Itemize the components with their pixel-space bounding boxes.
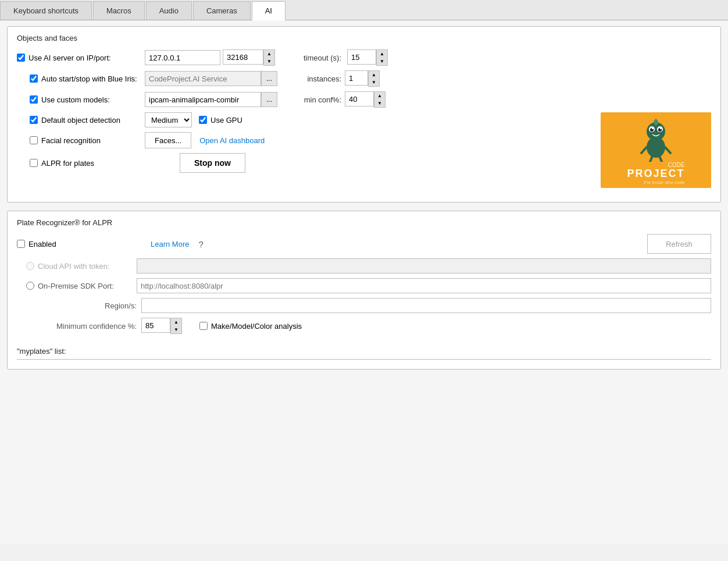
faces-button[interactable]: Faces... <box>145 132 191 148</box>
cloud-api-text: Cloud API with token: <box>38 262 110 271</box>
default-detection-checkbox[interactable] <box>30 116 38 124</box>
custom-models-label[interactable]: Use custom models: <box>17 95 145 104</box>
timeout-down-btn[interactable]: ▼ <box>377 58 387 65</box>
port-spinner-btns: ▲ ▼ <box>263 49 275 66</box>
myplates-label: "myplates" list: <box>17 342 711 358</box>
custom-models-browse-btn[interactable]: ... <box>261 92 277 107</box>
use-ai-server-row: Use AI server on IP/port: ▲ ▼ timeout (s… <box>17 49 711 66</box>
ip-input[interactable] <box>145 50 220 65</box>
use-ai-server-label[interactable]: Use AI server on IP/port: <box>17 54 145 62</box>
min-conf-down-btn[interactable]: ▼ <box>374 100 385 107</box>
auto-start-text: Auto start/stop with Blue Iris: <box>41 74 137 83</box>
mascot-icon <box>638 115 673 162</box>
min-conf-pr-up-btn[interactable]: ▲ <box>171 318 181 326</box>
auto-start-row: Auto start/stop with Blue Iris: ... inst… <box>17 70 711 87</box>
make-model-text: Make/Model/Color analysis <box>211 322 302 331</box>
alpr-checkbox[interactable] <box>30 159 38 167</box>
min-conf-pr-input[interactable] <box>141 318 170 333</box>
tab-audio[interactable]: Audio <box>146 1 192 20</box>
detection-dropdown[interactable]: Low Medium High <box>145 112 192 127</box>
plate-recognizer-title: Plate Recognizer® for ALPR <box>17 218 711 227</box>
codeproject-service-input[interactable] <box>145 71 261 86</box>
timeout-spinner-btns: ▲ ▼ <box>376 49 388 66</box>
use-ai-server-text: Use AI server on IP/port: <box>28 54 111 62</box>
timeout-spinner: ▲ ▼ <box>347 49 388 66</box>
tab-cameras[interactable]: Cameras <box>193 1 251 20</box>
alpr-row: ALPR for plates Stop now <box>17 153 591 173</box>
svg-line-11 <box>659 156 662 162</box>
facial-recognition-checkbox[interactable] <box>30 136 38 144</box>
custom-models-row: Use custom models: ... min conf%: ▲ ▼ <box>17 91 711 108</box>
use-ai-server-checkbox[interactable] <box>17 54 25 62</box>
instances-input[interactable] <box>345 70 368 86</box>
question-mark: ? <box>198 239 203 249</box>
enabled-checkbox[interactable] <box>17 240 25 248</box>
region-row: Region/s: <box>26 298 711 313</box>
refresh-button[interactable]: Refresh <box>647 234 711 254</box>
on-premise-row: On-Premise SDK Port: <box>26 278 711 293</box>
timeout-input[interactable] <box>347 49 376 65</box>
facial-recognition-label[interactable]: Facial recognition <box>17 136 145 145</box>
stop-now-button[interactable]: Stop now <box>180 153 245 173</box>
make-model-checkbox[interactable] <box>199 322 208 330</box>
tab-keyboard-shortcuts[interactable]: Keyboard shortcuts <box>0 1 92 20</box>
open-ai-dashboard-link[interactable]: Open AI dashboard <box>199 136 265 145</box>
min-confidence-label: Minimum confidence %: <box>26 322 137 331</box>
svg-point-6 <box>652 128 653 129</box>
use-gpu-checkbox[interactable] <box>199 116 207 124</box>
on-premise-input[interactable] <box>137 278 711 293</box>
cloud-api-input[interactable] <box>137 258 711 274</box>
custom-models-checkbox[interactable] <box>30 95 38 104</box>
learn-more-link[interactable]: Learn More <box>151 240 189 248</box>
svg-point-7 <box>660 128 661 129</box>
timeout-label: timeout (s): <box>289 54 341 62</box>
min-conf-input[interactable] <box>345 91 374 106</box>
min-conf-spinner: ▲ ▼ <box>345 91 386 108</box>
region-label: Region/s: <box>26 301 137 310</box>
enabled-text: Enabled <box>28 240 56 248</box>
min-confidence-row: Minimum confidence %: ▲ ▼ Make/Model/Col… <box>26 318 711 334</box>
cloud-api-label[interactable]: Cloud API with token: <box>26 262 137 271</box>
instances-spinner: ▲ ▼ <box>345 70 380 87</box>
svg-line-8 <box>641 147 647 153</box>
min-conf-pr-spinner: ▲ ▼ <box>141 318 182 334</box>
min-conf-label: min conf%: <box>289 95 341 104</box>
on-premise-radio[interactable] <box>26 282 34 290</box>
alpr-label[interactable]: ALPR for plates <box>17 159 145 168</box>
timeout-up-btn[interactable]: ▲ <box>377 50 387 58</box>
svg-line-9 <box>665 147 670 153</box>
instances-label: instances: <box>289 74 341 83</box>
default-detection-row: Default object detection Low Medium High… <box>17 112 711 188</box>
min-conf-up-btn[interactable]: ▲ <box>374 92 385 100</box>
logo-inner: CODE PROJECT For those who code <box>627 115 684 185</box>
port-spinner: ▲ ▼ <box>223 49 275 66</box>
custom-models-input[interactable] <box>145 92 261 107</box>
plate-recognizer-section: Plate Recognizer® for ALPR Enabled Learn… <box>7 211 721 370</box>
enabled-row: Enabled Learn More ? Refresh <box>17 234 711 254</box>
main-content: Objects and faces Use AI server on IP/po… <box>0 20 728 544</box>
instances-down-btn[interactable]: ▼ <box>369 79 379 86</box>
tab-macros[interactable]: Macros <box>93 1 145 20</box>
enabled-label[interactable]: Enabled <box>17 240 145 248</box>
auto-start-checkbox[interactable] <box>30 74 38 83</box>
min-conf-pr-down-btn[interactable]: ▼ <box>171 326 181 333</box>
port-input[interactable] <box>223 49 263 65</box>
codeproject-browse-btn[interactable]: ... <box>261 71 277 86</box>
myplates-line <box>17 359 711 360</box>
on-premise-label[interactable]: On-Premise SDK Port: <box>26 282 137 290</box>
port-up-btn[interactable]: ▲ <box>264 50 274 58</box>
instances-up-btn[interactable]: ▲ <box>369 71 379 79</box>
use-gpu-text: Use GPU <box>210 116 242 125</box>
min-conf-pr-spinner-btns: ▲ ▼ <box>170 318 182 334</box>
region-input[interactable] <box>141 298 711 313</box>
logo-project-text: PROJECT <box>627 168 684 179</box>
default-detection-label[interactable]: Default object detection <box>17 116 145 125</box>
tab-ai[interactable]: AI <box>252 1 286 20</box>
objects-faces-section: Objects and faces Use AI server on IP/po… <box>7 26 721 203</box>
port-down-btn[interactable]: ▼ <box>264 58 274 65</box>
auto-start-label[interactable]: Auto start/stop with Blue Iris: <box>17 74 145 83</box>
make-model-label[interactable]: Make/Model/Color analysis <box>199 322 327 331</box>
cloud-api-radio[interactable] <box>26 262 34 270</box>
myplates-section: "myplates" list: <box>17 340 711 360</box>
use-gpu-label[interactable]: Use GPU <box>199 116 327 125</box>
